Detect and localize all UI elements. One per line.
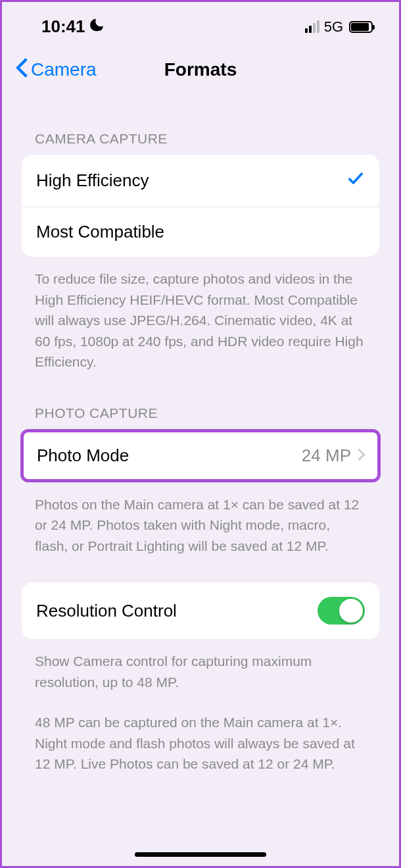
resolution-control-group: Resolution Control [22,582,379,639]
option-high-efficiency[interactable]: High Efficiency [22,155,379,207]
option-label: Most Compatible [36,222,164,242]
resolution-footer-2: 48 MP can be captured on the Main camera… [2,692,399,775]
photo-mode-value: 24 MP [302,446,351,466]
page-title: Formats [164,59,237,80]
back-label: Camera [31,59,97,80]
section-header-camera-capture: CAMERA CAPTURE [2,98,399,155]
photo-mode-row[interactable]: Photo Mode 24 MP [24,432,377,479]
photo-mode-group-highlighted: Photo Mode 24 MP [20,429,381,482]
photo-mode-value-group: 24 MP [302,446,366,466]
chevron-left-icon [15,58,28,82]
battery-icon [349,21,373,33]
network-type: 5G [324,18,343,36]
photo-capture-footer: Photos on the Main camera at 1× can be s… [2,482,399,557]
chevron-right-icon [358,446,366,465]
option-label: High Efficiency [36,170,149,191]
status-time: 10:41 [41,16,85,37]
resolution-control-label: Resolution Control [36,601,177,621]
cellular-signal-icon [305,21,319,33]
toggle-knob [339,599,363,623]
resolution-control-toggle[interactable] [318,597,365,625]
camera-capture-group: High Efficiency Most Compatible [22,155,379,257]
option-most-compatible[interactable]: Most Compatible [22,207,379,257]
checkmark-icon [346,169,365,192]
section-header-photo-capture: PHOTO CAPTURE [2,372,399,429]
do-not-disturb-icon [89,18,103,36]
status-time-group: 10:41 [41,16,103,37]
camera-capture-footer: To reduce file size, capture photos and … [2,257,399,372]
resolution-footer-1: Show Camera control for capturing maximu… [2,639,399,692]
back-button[interactable]: Camera [15,58,97,82]
home-indicator[interactable] [135,852,266,857]
photo-mode-label: Photo Mode [37,446,129,466]
status-right-group: 5G [305,18,373,36]
navigation-bar: Camera Formats [2,45,399,98]
resolution-control-row[interactable]: Resolution Control [22,582,379,639]
status-bar: 10:41 5G [2,2,399,45]
